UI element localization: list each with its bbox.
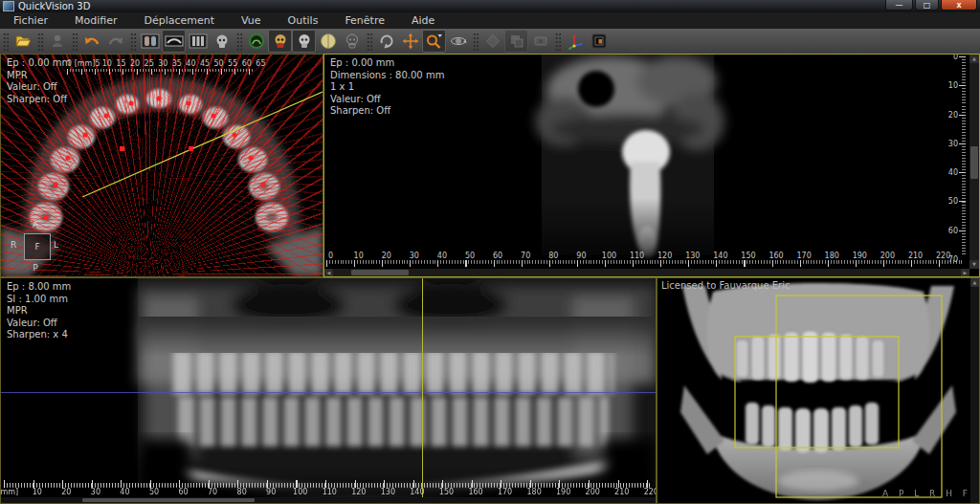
toolbar-grip	[2, 32, 9, 51]
cross-hruler-label-5: 50	[456, 252, 483, 260]
viewport-cross-section[interactable]: Ep : 0.00 mm Dimensions : 80.00 mm 1 x 1…	[323, 54, 980, 277]
panoramic-cross-section-line[interactable]	[422, 278, 423, 498]
zoom-view-icon	[425, 33, 443, 50]
orbit-view-button[interactable]	[446, 30, 470, 53]
orientation-face: F	[24, 233, 51, 260]
menu-item-fenetre[interactable]: Fenêtre	[331, 13, 398, 28]
horizontal-scroll-thumb[interactable]	[351, 270, 409, 275]
undo-button[interactable]	[79, 30, 103, 53]
pano-ruler-label-2: 20	[52, 488, 81, 496]
axial-ruler-label-1: 10	[100, 59, 115, 68]
rotate-view-button[interactable]	[374, 30, 398, 53]
cross-vertical-scrollbar[interactable]: ▲ ▼	[969, 55, 979, 269]
axes-3d-button[interactable]	[563, 30, 587, 53]
skull-color-view-button[interactable]	[268, 30, 292, 53]
export-model-icon	[49, 33, 66, 50]
axial-ruler-label-2: 15	[114, 59, 128, 68]
cross-value: Valeur: Off	[330, 94, 444, 106]
scroll-up-icon[interactable]: ▲	[970, 278, 979, 287]
scroll-left-icon[interactable]: ◀	[324, 269, 333, 276]
layout-panoramic-button[interactable]	[162, 30, 186, 53]
cross-vruler-label-3: 30	[948, 140, 958, 168]
layout-cross-sections-button[interactable]	[186, 30, 210, 53]
cross-hruler-label-3: 30	[400, 252, 428, 260]
panoramic-scrollbar[interactable]	[1, 497, 656, 503]
vertical-scroll-thumb[interactable]	[970, 146, 978, 179]
disc-view-button[interactable]	[316, 30, 340, 53]
panoramic-overlay-info: Ep : 8.00 mm SI : 1.00 mm MPR Valeur: Of…	[7, 281, 71, 341]
skull-bone-view-button[interactable]	[292, 30, 316, 53]
pano-ruler-label-20: 200	[578, 488, 608, 496]
window-controls: — □ x	[885, 0, 977, 11]
pano-ruler-label-10: 100	[285, 488, 315, 496]
panoramic-axial-plane-line[interactable]	[1, 392, 656, 393]
rotate-view-icon	[378, 33, 395, 50]
viewport-panoramic[interactable]: Ep : 8.00 mm SI : 1.00 mm MPR Valeur: Of…	[0, 277, 657, 504]
pan-view-button[interactable]	[398, 30, 422, 53]
volume-orientation-labels: A P L R H F	[882, 489, 971, 498]
pano-ruler-label-15: 150	[432, 488, 461, 496]
layout-mpr-button[interactable]	[138, 30, 162, 53]
axial-ruler-label-0: 0 [mm]5	[67, 59, 100, 68]
redo-icon	[107, 33, 124, 50]
cross-horizontal-ruler: 0102030405060708090100110120130140150160…	[326, 252, 964, 267]
pano-ruler-label-4: 40	[110, 488, 140, 496]
orbit-view-icon	[450, 33, 467, 50]
clipping-tool-button[interactable]	[587, 30, 611, 53]
skull-transparent-view-button[interactable]	[340, 30, 364, 53]
layout-skull-button[interactable]	[210, 30, 234, 53]
arch-tool-button[interactable]	[244, 30, 268, 53]
pano-ruler-label-17: 170	[490, 488, 520, 496]
cross-hruler-label-7: 70	[512, 252, 540, 260]
orientation-anterior: A	[9, 220, 62, 230]
close-button[interactable]: x	[941, 0, 977, 11]
panoramic-scroll-thumb[interactable]	[82, 498, 255, 502]
viewport-3d-volume[interactable]: Licensed to Fauvarque Eric A P L R H F ▲	[657, 277, 980, 504]
skull-transparent-view-icon	[344, 33, 361, 50]
toolbar-grip	[472, 32, 479, 51]
pano-ruler-label-16: 160	[461, 488, 491, 496]
cross-hruler-label-9: 90	[568, 252, 595, 260]
app-icon	[3, 1, 14, 11]
minimize-button[interactable]: —	[885, 0, 913, 11]
viewport-axial[interactable]: Ep : 0.00 mm MPR Valeur: Off Sharpen: Of…	[0, 54, 323, 277]
scroll-down-icon[interactable]: ▼	[969, 260, 979, 269]
disc-view-icon	[320, 33, 337, 50]
volume-scrollbar[interactable]: ▲	[970, 278, 979, 503]
menu-item-outils[interactable]: Outils	[275, 13, 332, 28]
cross-hruler-label-4: 40	[428, 252, 456, 260]
menu-item-vue[interactable]: Vue	[228, 13, 275, 28]
axial-overlay-info: Ep : 0.00 mm MPR Valeur: Off Sharpen: Of…	[7, 57, 71, 105]
pano-ruler-label-19: 190	[548, 488, 578, 496]
cross-hruler-label-6: 60	[484, 252, 512, 260]
axial-ruler-label-8: 45	[198, 59, 212, 68]
cross-vruler-label-1: 10	[948, 81, 958, 110]
pano-ruler-label-5: 50	[140, 488, 169, 496]
capture-tool-icon	[532, 33, 549, 50]
pano-ruler-label-7: 70	[198, 488, 228, 496]
scroll-up-icon[interactable]: ▲	[969, 55, 979, 63]
axial-ruler-label-5: 30	[156, 59, 170, 68]
panoramic-image	[1, 278, 656, 503]
overlay-tool-icon	[508, 33, 525, 50]
cross-vertical-ruler: 010203040506070	[941, 56, 968, 255]
open-file-button[interactable]	[11, 30, 34, 53]
axial-ruler-label-10: 55	[226, 59, 240, 68]
orientation-right: R	[11, 240, 16, 250]
layout-panoramic-icon	[165, 33, 184, 50]
cross-hruler-label-15: 150	[734, 252, 762, 260]
zoom-view-button[interactable]	[422, 30, 446, 53]
cross-horizontal-scrollbar[interactable]: ◀ ▶	[324, 269, 969, 276]
orientation-cube[interactable]: A F R L P	[9, 219, 62, 273]
scroll-right-icon[interactable]: ▶	[961, 269, 969, 276]
pano-value: Valeur: Off	[7, 318, 71, 330]
menu-item-fichier[interactable]: Fichier	[0, 13, 61, 28]
menu-item-aide[interactable]: Aide	[398, 13, 448, 28]
menu-item-modifier[interactable]: Modifier	[61, 13, 130, 28]
menu-item-deplacement[interactable]: Déplacement	[130, 13, 228, 28]
clipping-tool-icon	[590, 33, 608, 50]
maximize-button[interactable]: □	[915, 0, 939, 11]
axial-ruler-label-11: 60	[240, 59, 255, 68]
axial-ruler-label-6: 35	[170, 59, 185, 68]
layout-mpr-icon	[141, 33, 160, 50]
